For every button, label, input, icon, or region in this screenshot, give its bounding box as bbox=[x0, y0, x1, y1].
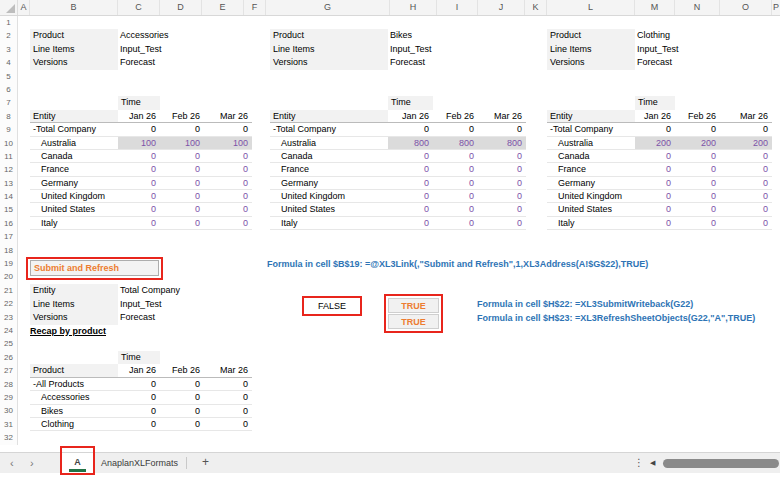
entity-label-cell[interactable]: -Total Company bbox=[270, 123, 388, 135]
entity-label-cell[interactable]: United Kingdom bbox=[270, 190, 388, 202]
value-cell[interactable]: 0 bbox=[160, 190, 204, 202]
value-cell[interactable]: 0 bbox=[388, 150, 433, 162]
value-cell[interactable]: 800 bbox=[388, 137, 433, 149]
entity-label-cell[interactable]: United States bbox=[30, 203, 118, 215]
value-cell[interactable]: 0 bbox=[388, 217, 433, 229]
column-header[interactable]: D bbox=[160, 0, 202, 15]
value-cell[interactable]: 100 bbox=[118, 137, 160, 149]
kv-value-cell[interactable]: Total Company bbox=[118, 284, 180, 297]
value-cell[interactable]: 0 bbox=[478, 217, 526, 229]
kv-value-cell[interactable]: Accessories bbox=[118, 29, 169, 42]
select-all-button[interactable] bbox=[0, 0, 18, 15]
kv-label-cell[interactable]: Versions bbox=[270, 56, 388, 69]
row-header[interactable]: 15 bbox=[0, 203, 17, 216]
value-cell[interactable]: 0 bbox=[204, 203, 252, 215]
entity-label-cell[interactable]: Australia bbox=[30, 137, 118, 149]
kv-label-cell[interactable]: Line Items bbox=[547, 43, 635, 56]
month-header-cell[interactable]: Mar 26 bbox=[720, 110, 772, 122]
row-header[interactable]: 12 bbox=[0, 163, 17, 176]
value-cell[interactable]: 0 bbox=[635, 217, 675, 229]
sheet-tab-a[interactable]: A bbox=[62, 453, 93, 473]
entity-label-cell[interactable]: Italy bbox=[270, 217, 388, 229]
hscrollbar-thumb[interactable] bbox=[663, 459, 779, 468]
column-header[interactable]: C bbox=[118, 0, 160, 15]
value-cell[interactable]: 0 bbox=[204, 123, 252, 135]
value-cell[interactable]: 0 bbox=[720, 217, 772, 229]
kv-value-cell[interactable]: Input_Test bbox=[388, 43, 432, 56]
value-cell[interactable]: 0 bbox=[118, 190, 160, 202]
row-header[interactable]: 24 bbox=[0, 324, 17, 337]
row-header[interactable]: 13 bbox=[0, 177, 17, 190]
month-header-cell[interactable]: Jan 26 bbox=[635, 110, 675, 122]
recap-by-product-link[interactable]: Recap by product bbox=[30, 325, 180, 338]
product-label-cell[interactable]: Bikes bbox=[30, 405, 118, 417]
row-header[interactable]: 32 bbox=[0, 431, 17, 444]
month-header-cell[interactable]: Jan 26 bbox=[388, 110, 433, 122]
row-header[interactable]: 23 bbox=[0, 311, 17, 324]
kv-label-cell[interactable]: Versions bbox=[30, 56, 118, 69]
entity-header-cell[interactable]: Entity bbox=[547, 110, 635, 122]
column-header[interactable]: A bbox=[18, 0, 30, 15]
product-header-cell[interactable]: Product bbox=[30, 364, 118, 376]
value-cell[interactable]: 0 bbox=[720, 177, 772, 189]
value-cell[interactable]: 0 bbox=[160, 150, 204, 162]
row-header[interactable]: 22 bbox=[0, 297, 17, 310]
value-cell[interactable]: 0 bbox=[433, 217, 478, 229]
value-cell[interactable]: 0 bbox=[635, 190, 675, 202]
entity-label-cell[interactable]: Canada bbox=[270, 150, 388, 162]
row-header[interactable]: 29 bbox=[0, 391, 17, 404]
value-cell[interactable]: 0 bbox=[118, 150, 160, 162]
value-cell[interactable]: 0 bbox=[675, 203, 720, 215]
entity-label-cell[interactable]: Australia bbox=[547, 137, 635, 149]
value-cell[interactable]: 0 bbox=[388, 123, 433, 135]
value-cell[interactable]: 0 bbox=[160, 163, 204, 175]
product-label-cell[interactable]: Accessories bbox=[30, 391, 118, 403]
value-cell[interactable]: 0 bbox=[160, 177, 204, 189]
product-label-cell[interactable]: -All Products bbox=[30, 378, 118, 390]
row-header[interactable]: 4 bbox=[0, 56, 17, 69]
entity-label-cell[interactable]: Italy bbox=[30, 217, 118, 229]
kv-value-cell[interactable]: Clothing bbox=[635, 29, 670, 42]
tab-nav-right-icon[interactable]: › bbox=[30, 453, 34, 473]
entity-header-cell[interactable]: Entity bbox=[270, 110, 388, 122]
row-header[interactable]: 26 bbox=[0, 351, 17, 364]
add-sheet-button[interactable]: + bbox=[202, 453, 209, 472]
value-cell[interactable]: 0 bbox=[388, 190, 433, 202]
month-header-cell[interactable]: Feb 26 bbox=[160, 110, 204, 122]
entity-label-cell[interactable]: Italy bbox=[547, 217, 635, 229]
value-cell[interactable]: 0 bbox=[433, 163, 478, 175]
row-header[interactable]: 8 bbox=[0, 110, 17, 123]
row-header[interactable]: 2 bbox=[0, 29, 17, 42]
row-header[interactable]: 9 bbox=[0, 123, 17, 136]
kv-label-cell[interactable]: Line Items bbox=[30, 298, 118, 311]
entity-label-cell[interactable]: Germany bbox=[547, 177, 635, 189]
value-cell[interactable]: 0 bbox=[160, 391, 204, 403]
row-header[interactable]: 6 bbox=[0, 83, 17, 96]
value-cell[interactable]: 0 bbox=[675, 123, 720, 135]
value-cell[interactable]: 0 bbox=[204, 150, 252, 162]
column-header[interactable]: L bbox=[547, 0, 635, 15]
row-header[interactable]: 27 bbox=[0, 364, 17, 377]
value-cell[interactable]: 0 bbox=[160, 217, 204, 229]
product-label-cell[interactable]: Clothing bbox=[30, 418, 118, 430]
value-cell[interactable]: 0 bbox=[118, 203, 160, 215]
column-header[interactable]: N bbox=[675, 0, 720, 15]
kv-label-cell[interactable]: Product bbox=[547, 29, 635, 42]
entity-label-cell[interactable]: -Total Company bbox=[547, 123, 635, 135]
value-cell[interactable]: 0 bbox=[478, 163, 526, 175]
month-header-cell[interactable]: Feb 26 bbox=[675, 110, 720, 122]
column-header[interactable]: F bbox=[244, 0, 266, 15]
column-header[interactable]: O bbox=[720, 0, 772, 15]
value-cell[interactable]: 0 bbox=[433, 203, 478, 215]
entity-label-cell[interactable]: France bbox=[270, 163, 388, 175]
entity-label-cell[interactable]: -Total Company bbox=[30, 123, 118, 135]
time-label-cell[interactable]: Time bbox=[118, 351, 160, 364]
value-cell[interactable]: 0 bbox=[204, 177, 252, 189]
kv-value-cell[interactable]: Forecast bbox=[635, 56, 672, 69]
value-cell[interactable]: 0 bbox=[388, 163, 433, 175]
month-header-cell[interactable]: Mar 26 bbox=[204, 110, 252, 122]
row-header[interactable]: 3 bbox=[0, 43, 17, 56]
value-cell[interactable]: 200 bbox=[635, 137, 675, 149]
value-cell[interactable]: 0 bbox=[720, 190, 772, 202]
kv-label-cell[interactable]: Versions bbox=[30, 311, 118, 324]
